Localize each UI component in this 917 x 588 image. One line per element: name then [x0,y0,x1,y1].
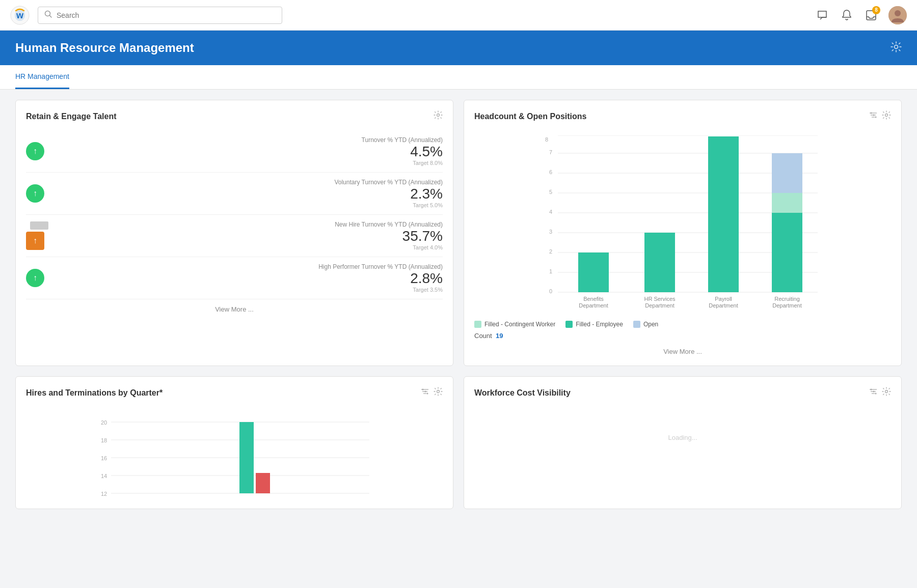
svg-line-3 [50,15,52,17]
legend-contingent-label: Filled - Contingent Worker [484,321,555,328]
metric-row-highperformer: ↑ High Performer Turnover % YTD (Annuali… [26,257,443,299]
hires-settings-icon[interactable] [434,387,443,399]
newhire-label: New Hire Turnover % YTD (Annualized) [61,221,443,228]
workforce-header: Workforce Cost Visibility [474,387,891,399]
headcount-settings-icon[interactable] [882,110,891,122]
tab-bar: HR Management [0,65,917,90]
svg-point-63 [873,391,875,393]
svg-point-65 [885,390,888,393]
turnover-info: Turnover % YTD (Annualized) 4.5% Target … [52,136,443,166]
workforce-filter-icon[interactable] [869,387,878,399]
svg-text:16: 16 [101,455,107,461]
hires-header: Hires and Terminations by Quarter* [26,387,443,399]
main-content: Retain & Engage Talent ↑ Turnover % YTD … [0,90,917,519]
top-nav: w [0,0,917,31]
highperformer-label: High Performer Turnover % YTD (Annualize… [52,263,443,270]
svg-text:Payroll: Payroll [715,296,732,302]
newhire-target: Target 4.0% [61,244,443,250]
headcount-icons [869,110,891,122]
svg-point-7 [895,45,898,48]
retain-engage-title: Retain & Engage Talent [26,112,117,121]
voluntary-value: 2.3% [52,186,443,202]
inbox-icon[interactable]: 8 [864,8,878,22]
search-input[interactable] [57,11,276,19]
newhire-info: New Hire Turnover % YTD (Annualized) 35.… [61,221,443,250]
legend-employee: Filled - Employee [565,321,623,328]
page-header: Human Resource Management [0,31,917,65]
hires-chart: 12 14 16 18 20 [26,407,443,498]
hires-icons [420,387,443,399]
svg-point-6 [895,10,901,16]
svg-text:Benefits: Benefits [583,296,604,302]
headcount-chart: 0 1 2 3 4 5 6 7 8 [474,130,891,316]
svg-point-12 [871,113,872,114]
svg-text:0: 0 [549,288,552,294]
chat-icon[interactable] [815,8,829,22]
search-icon [44,10,52,20]
page-title: Human Resource Management [15,41,194,55]
svg-point-64 [875,393,877,395]
svg-point-62 [871,389,872,390]
svg-text:20: 20 [101,419,107,426]
hires-filter-icon[interactable] [420,387,429,399]
workforce-title: Workforce Cost Visibility [474,388,571,398]
voluntary-indicator: ↑ [26,184,44,203]
header-settings-icon[interactable] [891,41,902,55]
workforce-icons [869,387,891,399]
tab-hr-management[interactable]: HR Management [15,65,69,89]
svg-point-8 [437,114,440,117]
svg-text:6: 6 [549,169,552,175]
count-label: Count [474,332,492,340]
search-bar[interactable] [38,7,282,24]
nav-right: 8 [815,6,907,24]
svg-point-47 [427,393,428,395]
highperformer-value: 2.8% [52,270,443,287]
svg-text:Department: Department [579,302,608,309]
headcount-legend: Filled - Contingent Worker Filled - Empl… [474,321,891,328]
legend-contingent-box [474,321,481,328]
svg-text:Department: Department [709,302,738,309]
newhire-indicator: ↑ [26,232,44,250]
headcount-filter-icon[interactable] [869,110,878,122]
svg-point-46 [425,391,426,393]
svg-text:HR Services: HR Services [644,296,676,302]
svg-point-15 [885,114,888,117]
svg-point-14 [875,117,877,118]
retain-settings-icon[interactable] [434,110,443,122]
legend-open: Open [633,321,658,328]
retain-engage-header: Retain & Engage Talent [26,110,443,122]
bar-recruiting-employee [772,213,802,292]
headcount-bar-chart-svg: 0 1 2 3 4 5 6 7 8 [474,135,891,309]
inbox-badge: 8 [872,6,880,14]
headcount-title: Headcount & Open Positions [474,112,586,121]
hires-title: Hires and Terminations by Quarter* [26,388,163,398]
highperformer-target: Target 3.5% [52,287,443,293]
metric-row-turnover: ↑ Turnover % YTD (Annualized) 4.5% Targe… [26,130,443,173]
bar-hr-employee [644,233,675,292]
svg-point-48 [437,390,440,393]
newhire-value: 35.7% [61,228,443,244]
bell-icon[interactable] [840,8,854,22]
svg-text:7: 7 [549,149,552,155]
legend-employee-label: Filled - Employee [576,321,623,328]
legend-contingent: Filled - Contingent Worker [474,321,555,328]
svg-text:18: 18 [101,437,107,443]
workforce-placeholder: Loading... [474,407,891,468]
svg-text:3: 3 [549,229,552,235]
svg-text:Recruiting: Recruiting [774,296,800,302]
legend-employee-box [565,321,573,328]
workforce-settings-icon[interactable] [882,387,891,399]
metric-row-newhire: ↑ New Hire Turnover % YTD (Annualized) 3… [26,215,443,257]
svg-text:5: 5 [549,189,552,195]
legend-open-box [633,321,640,328]
workforce-cost-card: Workforce Cost Visibility [464,376,902,509]
retain-view-more[interactable]: View More ... [26,305,443,313]
user-avatar[interactable] [888,6,907,24]
hires-bar-chart-svg: 12 14 16 18 20 [26,407,443,498]
voluntary-info: Voluntary Turnover % YTD (Annualized) 2.… [52,179,443,208]
legend-open-label: Open [643,321,658,328]
turnover-label: Turnover % YTD (Annualized) [52,136,443,144]
highperformer-info: High Performer Turnover % YTD (Annualize… [52,263,443,293]
bar-benefits-employee [578,253,609,292]
headcount-view-more[interactable]: View More ... [474,348,891,355]
